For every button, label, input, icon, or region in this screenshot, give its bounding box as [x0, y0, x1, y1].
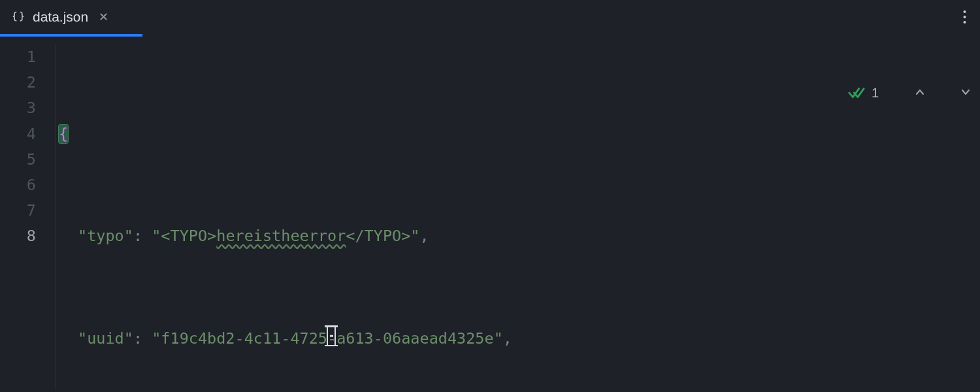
prev-problem-icon[interactable]: [885, 55, 924, 132]
code-line: {: [56, 122, 980, 147]
line-number: 8: [0, 223, 36, 249]
line-number: 6: [0, 172, 36, 198]
code-line: "uuid": "f19c4bd2-4c11-4725-a613-06aaead…: [56, 326, 980, 351]
line-number: 1: [0, 44, 36, 70]
code-editor[interactable]: 1 2 3 4 5 6 7 8 { "typo": "<TYPO>hereist…: [0, 34, 980, 389]
json-string: "f19c4bd2-4c11-4725-a613-06aaead4325e": [152, 329, 503, 348]
typo-marker: hereistheerror: [216, 227, 346, 245]
line-number-gutter: 1 2 3 4 5 6 7 8: [0, 44, 56, 389]
line-number: 2: [0, 70, 36, 95]
open-brace: {: [59, 125, 68, 143]
svg-point-0: [963, 10, 966, 13]
tab-bar: data.json ✕: [0, 0, 980, 34]
code-line: "typo": "<TYPO>hereistheerror</TYPO>",: [56, 223, 980, 249]
code-content[interactable]: { "typo": "<TYPO>hereistheerror</TYPO>",…: [56, 44, 980, 389]
tab-data-json[interactable]: data.json ✕: [0, 0, 120, 34]
json-key: "uuid": [78, 329, 133, 348]
json-braces-icon: [12, 10, 25, 24]
problems-widget: 1: [848, 55, 971, 132]
close-icon[interactable]: ✕: [96, 10, 111, 24]
problems-count: 1: [872, 80, 879, 106]
line-number: 3: [0, 95, 36, 121]
more-actions-icon[interactable]: [949, 0, 980, 34]
svg-point-1: [963, 16, 966, 18]
tab-filename: data.json: [33, 9, 88, 25]
line-number: 5: [0, 147, 36, 172]
line-number: 7: [0, 198, 36, 223]
next-problem-icon[interactable]: [932, 55, 971, 132]
json-string: "<TYPO>hereistheerror</TYPO>": [152, 227, 419, 245]
svg-point-2: [963, 21, 966, 24]
line-number: 4: [0, 122, 36, 147]
json-key: "typo": [78, 227, 133, 245]
check-overlay-icon: [848, 86, 865, 101]
